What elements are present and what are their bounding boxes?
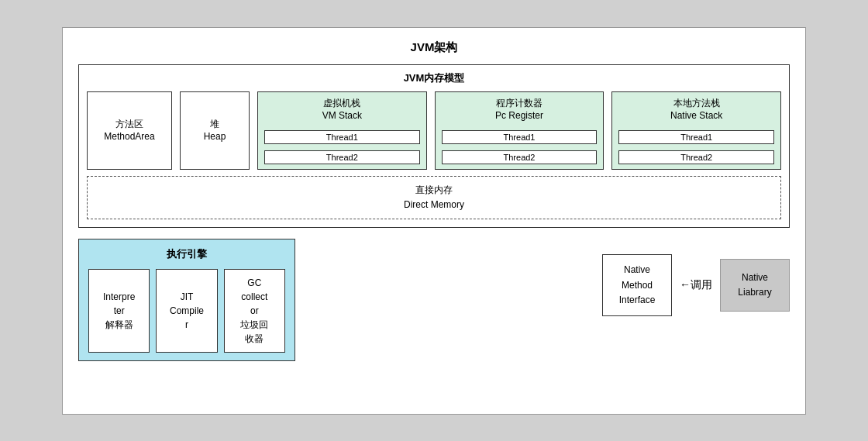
method-area-cell: 方法区 MethodArea bbox=[87, 91, 172, 171]
pc-register-label: 程序计数器 Pc Register bbox=[495, 97, 543, 123]
pc-register-thread1: Thread1 bbox=[442, 130, 598, 144]
native-stack-section: 本地方法栈 Native Stack Thread1 Thread2 bbox=[611, 91, 781, 171]
vm-stack-thread1: Thread1 bbox=[264, 130, 420, 144]
native-method-interface-box: Native Method Interface bbox=[602, 254, 672, 316]
exec-engine-inner: Interpreter解释器 JITCompiler GCcollector垃圾… bbox=[88, 269, 285, 353]
native-library-box: Native Liabrary bbox=[720, 259, 790, 312]
vm-stack-threads: Thread1 Thread2 bbox=[264, 127, 420, 164]
bottom-row: 执行引擎 Interpreter解释器 JITCompiler GCcollec… bbox=[78, 239, 790, 361]
jvm-memory-box: JVM内存模型 方法区 MethodArea 堆 Heap 虚拟机栈 bbox=[78, 64, 790, 229]
outer-container: JVM架构 JVM内存模型 方法区 MethodArea 堆 Heap bbox=[62, 27, 806, 415]
vm-stack-label: 虚拟机栈 VM Stack bbox=[322, 97, 362, 123]
main-title: JVM架构 bbox=[78, 40, 790, 55]
exec-engine-box: 执行引擎 Interpreter解释器 JITCompiler GCcollec… bbox=[78, 239, 295, 361]
native-stack-thread1: Thread1 bbox=[618, 130, 774, 144]
heap-label: 堆 Heap bbox=[204, 118, 226, 144]
vm-stack-thread2: Thread2 bbox=[264, 150, 420, 164]
jvm-memory-title: JVM内存模型 bbox=[87, 71, 781, 85]
interpreter-item: Interpreter解释器 bbox=[88, 269, 150, 353]
arrow-area: ←调用 bbox=[680, 278, 712, 292]
pc-register-section: 程序计数器 Pc Register Thread1 Thread2 bbox=[435, 91, 604, 171]
direct-memory-box: 直接内存 Direct Memory bbox=[87, 176, 781, 219]
pc-register-threads: Thread1 Thread2 bbox=[442, 127, 598, 164]
memory-row: 方法区 MethodArea 堆 Heap 虚拟机栈 VM Stack Thre… bbox=[87, 91, 781, 171]
heap-cell: 堆 Heap bbox=[180, 91, 250, 171]
native-stack-thread2: Thread2 bbox=[618, 150, 774, 164]
method-area-label: 方法区 MethodArea bbox=[104, 118, 154, 144]
pc-register-thread2: Thread2 bbox=[442, 150, 598, 164]
native-area: Native Method Interface ←调用 Native Liabr… bbox=[602, 254, 790, 316]
exec-engine-title: 执行引擎 bbox=[88, 247, 285, 261]
gc-item: GCcollector垃圾回收器 bbox=[224, 269, 285, 353]
arrow-label: ←调用 bbox=[680, 278, 712, 292]
native-stack-threads: Thread1 Thread2 bbox=[618, 127, 774, 164]
jit-item: JITCompiler bbox=[156, 269, 217, 353]
native-stack-label: 本地方法栈 Native Stack bbox=[670, 97, 722, 123]
direct-memory-label: 直接内存 Direct Memory bbox=[94, 183, 774, 212]
vm-stack-section: 虚拟机栈 VM Stack Thread1 Thread2 bbox=[257, 91, 427, 171]
